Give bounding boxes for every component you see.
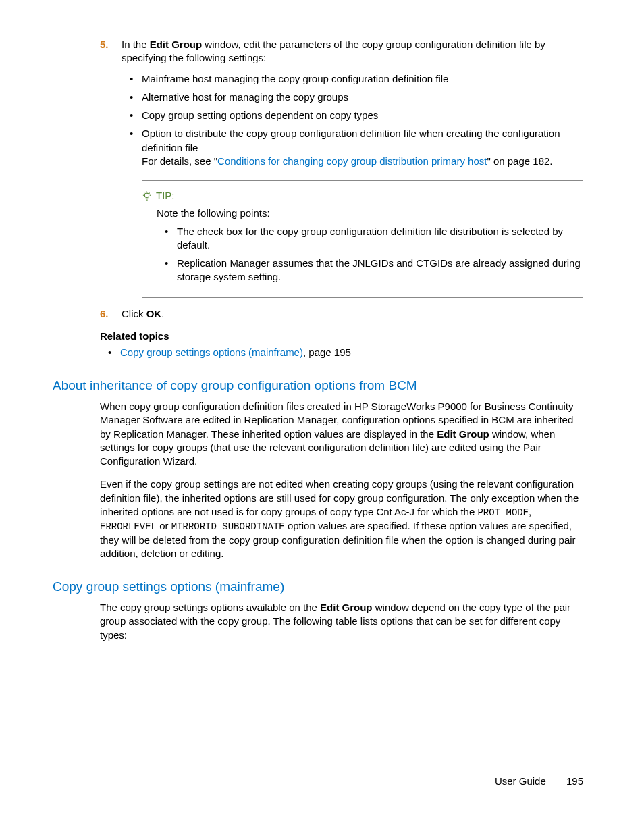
heading-inheritance: About inheritance of copy group configur… bbox=[53, 378, 583, 393]
step6-pre: Click bbox=[122, 308, 146, 319]
related-topic-1: Copy group settings options (mainframe),… bbox=[120, 346, 583, 359]
step5-text-pre: In the bbox=[122, 38, 150, 50]
footer-label: User Guide bbox=[495, 775, 546, 787]
related-topic-1-post: , page 195 bbox=[303, 346, 351, 358]
tip-label: TIP: bbox=[156, 189, 175, 203]
tip-box: TIP: Note the following points: The chec… bbox=[142, 180, 583, 298]
step5-b4-text: Option to distribute the copy group conf… bbox=[142, 128, 560, 153]
p2-b: , bbox=[529, 506, 531, 517]
step5-bullet-1: Mainframe host managing the copy group c… bbox=[142, 72, 583, 86]
procedure-list: 5. In the Edit Group window, edit the pa… bbox=[53, 38, 583, 321]
step-number-5: 5. bbox=[100, 38, 109, 51]
step6-post: . bbox=[161, 308, 164, 319]
tip-bullet-1: The check box for the copy group configu… bbox=[177, 225, 583, 253]
para-copy-group-settings: The copy group settings options availabl… bbox=[100, 601, 583, 642]
p3-a: The copy group settings options availabl… bbox=[100, 602, 320, 613]
step5-b4-details-post: " on page 182. bbox=[487, 155, 552, 167]
step-5: 5. In the Edit Group window, edit the pa… bbox=[53, 38, 583, 298]
step-6: 6. Click OK. bbox=[53, 307, 583, 321]
step5-bullet-2: Alternative host for managing the copy g… bbox=[142, 90, 583, 104]
p3-bold: Edit Group bbox=[320, 602, 373, 613]
link-copy-group-settings-options[interactable]: Copy group settings options (mainframe) bbox=[120, 346, 303, 358]
p2-c: or bbox=[157, 520, 171, 531]
p2-m3: MIRRORID SUBORDINATE bbox=[171, 521, 285, 532]
para-inheritance-1: When copy group configuration definition… bbox=[100, 400, 583, 468]
lightbulb-icon bbox=[142, 191, 152, 201]
step5-bullet-4: Option to distribute the copy group conf… bbox=[142, 127, 583, 168]
footer-page-number: 195 bbox=[566, 775, 583, 787]
tip-bullets: The check box for the copy group configu… bbox=[142, 225, 583, 284]
step5-b4-details-pre: For details, see " bbox=[142, 155, 217, 167]
step6-bold: OK bbox=[146, 308, 162, 319]
step-number-6: 6. bbox=[100, 307, 109, 321]
link-conditions-primary-host[interactable]: Conditions for changing copy group distr… bbox=[217, 155, 487, 167]
svg-line-7 bbox=[149, 192, 150, 193]
p2-m2: ERRORLEVEL bbox=[100, 521, 157, 532]
related-topics: Related topics Copy group settings optio… bbox=[100, 330, 583, 359]
p2-m1: PROT MODE bbox=[477, 507, 529, 518]
page-container: 5. In the Edit Group window, edit the pa… bbox=[0, 0, 644, 834]
heading-copy-group-settings: Copy group settings options (mainframe) bbox=[53, 579, 583, 594]
p1-bold: Edit Group bbox=[437, 428, 489, 440]
tip-bullet-2: Replication Manager assumes that the JNL… bbox=[177, 257, 583, 284]
step5-bold: Edit Group bbox=[150, 38, 203, 50]
para-inheritance-2: Even if the copy group settings are not … bbox=[100, 477, 583, 561]
related-topics-list: Copy group settings options (mainframe),… bbox=[100, 346, 583, 359]
related-topics-head: Related topics bbox=[100, 330, 583, 342]
svg-line-6 bbox=[144, 192, 144, 193]
tip-intro: Note the following points: bbox=[157, 207, 583, 220]
tip-heading: TIP: bbox=[142, 189, 583, 203]
step5-bullet-3: Copy group setting options dependent on … bbox=[142, 109, 583, 122]
page-footer: User Guide 195 bbox=[495, 775, 583, 787]
svg-point-0 bbox=[144, 193, 149, 197]
step5-bullets: Mainframe host managing the copy group c… bbox=[122, 72, 583, 169]
